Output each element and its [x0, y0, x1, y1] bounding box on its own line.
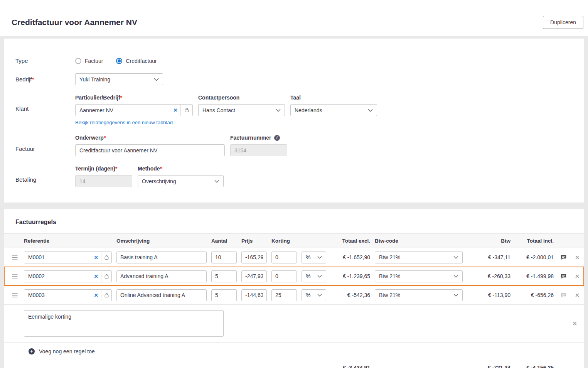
header-totaal-incl: Totaal incl.: [515, 238, 554, 244]
required-mark: *: [160, 165, 162, 172]
referentie-input[interactable]: [24, 290, 91, 301]
chevron-down-icon: [453, 294, 458, 297]
btw-code-select[interactable]: Btw 21%: [375, 270, 463, 282]
delete-row-icon[interactable]: ×: [573, 253, 581, 261]
referentie-field: ×: [24, 252, 112, 263]
prijs-input[interactable]: [241, 270, 267, 282]
methode-select[interactable]: Overschrijving: [138, 175, 224, 187]
omschrijving-input[interactable]: [116, 270, 207, 282]
duplicate-button[interactable]: Dupliceren: [543, 16, 583, 29]
methode-select-value: Overschrijving: [142, 178, 176, 184]
plus-icon: +: [29, 348, 35, 354]
betaling-label: Betaling: [15, 165, 75, 187]
factuurnummer-input: [230, 144, 287, 156]
aantal-input[interactable]: [211, 252, 237, 263]
lock-icon[interactable]: [101, 252, 111, 263]
chevron-down-icon: [317, 294, 322, 297]
add-line-label: Voeg nog een regel toe: [39, 348, 95, 354]
totaal-excl-value: € -1.239,65: [331, 273, 370, 279]
btw-code-select[interactable]: Btw 21%: [375, 252, 463, 263]
korting-unit-select[interactable]: %: [302, 252, 326, 263]
chevron-down-icon: [453, 256, 458, 259]
required-mark: *: [115, 165, 117, 172]
omschrijving-input[interactable]: [116, 252, 207, 263]
clear-referentie-icon[interactable]: ×: [91, 273, 101, 280]
btw-code-value: Btw 21%: [379, 254, 400, 260]
btw-code-value: Btw 21%: [379, 292, 400, 298]
factuur-label: Factuur: [15, 135, 75, 156]
invoice-line-row-1: × % € -1.652,90 Btw 21% € -347,11 € -2.0…: [4, 248, 584, 267]
info-icon[interactable]: i: [274, 135, 280, 141]
taal-select[interactable]: Nederlands: [290, 104, 377, 116]
prijs-input[interactable]: [241, 252, 267, 263]
korting-input[interactable]: [271, 270, 297, 282]
comment-icon[interactable]: [558, 292, 568, 298]
korting-unit-select[interactable]: %: [302, 270, 326, 282]
invoice-form-card: Type Factuur Creditfactuur Bedrijf* Yuki…: [4, 39, 584, 203]
line-note-row: Eenmalige korting ×: [4, 305, 584, 343]
btw-value: € -113,90: [467, 292, 510, 298]
chevron-down-icon: [154, 78, 159, 81]
omschrijving-input[interactable]: [116, 289, 207, 301]
clear-klant-icon[interactable]: ×: [170, 107, 180, 113]
form-row-factuur: Factuur Onderwerp* Factuurnummer i: [15, 135, 573, 156]
header-btw-code: Btw-code: [375, 238, 463, 244]
referentie-input[interactable]: [24, 271, 91, 282]
prijs-input[interactable]: [241, 289, 267, 301]
radio-creditfactuur-label: Creditfactuur: [126, 58, 157, 64]
chevron-down-icon: [453, 275, 458, 278]
clear-referentie-icon[interactable]: ×: [91, 254, 101, 261]
delete-note-icon[interactable]: ×: [572, 319, 577, 328]
drag-handle-icon[interactable]: [10, 293, 19, 298]
lock-icon[interactable]: [101, 290, 111, 301]
radio-creditfactuur[interactable]: Creditfactuur: [116, 58, 157, 64]
form-row-betaling: Betaling Termijn (dagen)* Methode* Overs…: [15, 165, 573, 187]
drag-handle-icon[interactable]: [10, 255, 19, 260]
delete-row-icon[interactable]: ×: [573, 272, 581, 280]
comment-icon[interactable]: [558, 254, 568, 260]
radio-factuur[interactable]: Factuur: [75, 58, 103, 64]
referentie-field: ×: [24, 270, 112, 282]
add-line-button[interactable]: + Voeg nog een regel toe: [4, 343, 584, 360]
btw-value: € -260,33: [467, 273, 510, 279]
btw-code-value: Btw 21%: [379, 273, 400, 279]
korting-unit-value: %: [306, 273, 310, 279]
header-omschrijving: Omschrijving: [116, 238, 207, 244]
relatiegegevens-link[interactable]: Bekijk relatiegegevens in een nieuw tabb…: [75, 120, 173, 125]
onderwerp-input[interactable]: [75, 144, 225, 156]
delete-row-icon[interactable]: ×: [573, 291, 581, 299]
note-textarea[interactable]: Eenmalige korting: [24, 310, 224, 337]
invoice-line-row-3: × % € -542,36 Btw 21% € -113,90 € -656,2…: [4, 286, 584, 305]
aantal-input[interactable]: [211, 270, 237, 282]
korting-input[interactable]: [271, 252, 297, 263]
header-referentie: Referentie: [24, 238, 112, 244]
contactpersoon-label: Contactpersoon: [198, 95, 285, 101]
radio-unchecked-icon[interactable]: [75, 58, 81, 64]
aantal-input[interactable]: [211, 289, 237, 301]
korting-unit-select[interactable]: %: [302, 289, 326, 301]
header-btw: Btw: [467, 238, 510, 244]
totaal-incl-value: € -2.000,01: [515, 254, 554, 260]
page-header: Creditfactuur voor Aannemer NV Duplicere…: [0, 0, 588, 36]
taal-select-value: Nederlands: [295, 107, 322, 113]
bedrijf-select[interactable]: Yuki Training: [75, 73, 163, 85]
korting-unit-value: %: [306, 254, 310, 260]
btw-code-select[interactable]: Btw 21%: [375, 289, 463, 301]
drag-handle-icon[interactable]: [10, 274, 19, 279]
header-totaal-excl: Totaal excl.: [331, 238, 370, 244]
type-label: Type: [15, 55, 75, 64]
clear-referentie-icon[interactable]: ×: [91, 292, 101, 299]
comment-icon[interactable]: [558, 273, 568, 279]
lock-icon[interactable]: [180, 105, 192, 116]
contactpersoon-select[interactable]: Hans Contact: [198, 104, 285, 116]
lock-icon[interactable]: [101, 271, 111, 282]
referentie-field: ×: [24, 289, 112, 301]
totaal-incl-value: € -656,26: [515, 292, 554, 298]
totaal-incl-value: € -1.499,98: [515, 273, 554, 279]
referentie-input[interactable]: [24, 252, 91, 263]
header-korting: Korting: [271, 238, 297, 244]
chevron-down-icon: [317, 275, 322, 278]
radio-checked-icon[interactable]: [116, 58, 122, 64]
klant-input[interactable]: [76, 105, 170, 116]
korting-input[interactable]: [271, 289, 297, 301]
